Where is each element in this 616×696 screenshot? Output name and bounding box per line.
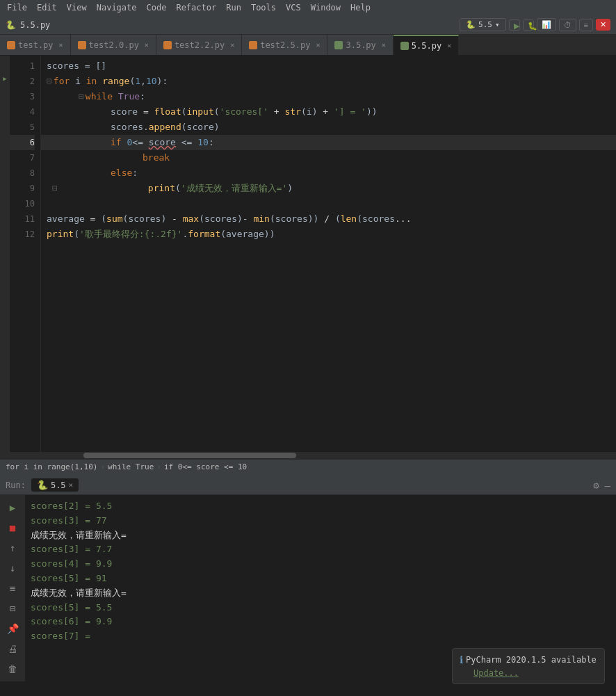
code-line-12: print('歌手最终得分:{:.2f}'.format(average)) [41,227,616,242]
app-icon: 🐍 [6,20,16,30]
title-bar: 🐍 5.5.py 🐍 5.5 ▾ ▶ 🐛 📊 ⏱ ≡ ✕ [0,15,616,35]
coverage-button[interactable]: 📊 [537,18,556,31]
run-label: Run: [6,480,26,490]
tab-close-test22[interactable]: ✕ [230,41,234,49]
tab-close-55[interactable]: ✕ [447,42,451,49]
more-button[interactable]: ≡ [579,19,593,31]
notification-link[interactable]: Update... [460,668,597,678]
tab-close-test20[interactable]: ✕ [145,41,149,49]
scroll-up-button[interactable]: ↑ [4,540,21,556]
breadcrumb-item-1[interactable]: for i in range(1,10) [6,462,97,471]
run-indicator: ▶ [0,71,10,86]
run-tab-close[interactable]: ✕ [69,480,74,489]
python-icon: 🐍 [466,20,476,29]
code-line-7: break [41,150,616,165]
code-editor[interactable]: scores = [] ⊟ for i in range(1,10): ⊟ wh… [41,56,616,452]
breadcrumb-item-2[interactable]: while True [108,462,154,471]
close-window-button[interactable]: ✕ [596,19,610,31]
menu-code[interactable]: Code [143,1,171,14]
run-header: Run: 🐍 5.5 ✕ ⚙ — [0,476,616,495]
tab-35[interactable]: 3.5.py ✕ [327,35,393,56]
line-num-10: 10 [10,196,35,211]
line-num-2: 2 [10,74,35,89]
run-python-icon: 🐍 [37,480,48,490]
notification-popup: ℹ PyCharm 2020.1.5 available Update... [452,648,605,684]
code-line-6: if 0<= score <= 10: [41,135,616,150]
tab-test25[interactable]: test2.5.py ✕ [242,35,327,56]
run-panel: Run: 🐍 5.5 ✕ ⚙ — ▶ ■ ↑ ↓ ≡ ⊟ 📌 🖨 🗑 score… [0,474,616,696]
notification-title: ℹ PyCharm 2020.1.5 available [460,654,597,665]
menu-view[interactable]: View [63,1,91,14]
tab-icon-55 [400,42,409,50]
menu-help[interactable]: Help [346,1,375,14]
run-stop-button[interactable]: ■ [4,519,21,535]
output-line-3: 成绩无效，请重新输入= [31,528,610,543]
window-title: 5.5.py [20,20,50,30]
editor: ▶ 1 2 3 4 5 6 7 8 9 10 11 12 scores = []… [0,56,616,452]
wrap-button[interactable]: ≡ [4,580,21,596]
run-settings-icon[interactable]: ⚙ [593,480,599,491]
output-line-7: 成绩无效，请重新输入= [31,586,610,601]
line-num-9: 9 [10,181,35,196]
tab-label-test22: test2.2.py [175,40,225,50]
code-line-8: else: [41,165,616,181]
menu-run[interactable]: Run [222,1,245,14]
scroll-down-button[interactable]: ↓ [4,560,21,576]
pin-button[interactable]: 📌 [4,621,21,637]
output-line-1: scores[2] = 5.5 [31,499,610,514]
run-play-button[interactable]: ▶ [4,499,21,515]
tab-test[interactable]: test.py ✕ [0,35,71,56]
code-line-11: average = (sum(scores) - max(scores)- mi… [41,211,616,227]
profile-button[interactable]: ⏱ [559,19,576,31]
line-numbers: 1 2 3 4 5 6 7 8 9 10 11 12 [10,56,41,452]
print-button[interactable]: 🖨 [4,641,21,657]
menu-refactor[interactable]: Refactor [172,1,220,14]
tab-label-test25: test2.5.py [260,40,310,50]
breadcrumb-sep-2: › [156,462,161,471]
menu-vcs[interactable]: VCS [282,1,305,14]
debug-button[interactable]: 🐛 [523,19,534,31]
run-tab[interactable]: 🐍 5.5 ✕ [31,478,79,492]
output-line-2: scores[3] = 77 [31,514,610,528]
run-button[interactable]: ▶ [509,19,520,31]
breadcrumb-item-3[interactable]: if 0<= score <= 10 [164,462,247,471]
menu-navigate[interactable]: Navigate [92,1,141,14]
chevron-down-icon: ▾ [495,20,500,29]
run-minimize-icon[interactable]: — [605,480,610,491]
tab-close-test[interactable]: ✕ [59,41,63,49]
tab-label-35: 3.5.py [346,40,375,50]
clear-button[interactable]: 🗑 [4,661,21,677]
tab-test22[interactable]: test2.2.py ✕ [156,35,242,56]
code-line-4: score = float(input('scores[' + str(i) +… [41,104,616,120]
tab-test20[interactable]: test2.0.py ✕ [71,35,156,56]
output-line-9: scores[6] = 9.9 [31,615,610,629]
line-num-8: 8 [10,165,35,181]
run-tab-label: 5.5 [51,480,66,490]
menu-bar: File Edit View Navigate Code Refactor Ru… [0,0,616,15]
output-line-8: scores[5] = 5.5 [31,601,610,615]
filter-button[interactable]: ⊟ [4,601,21,617]
menu-file[interactable]: File [3,1,31,14]
menu-edit[interactable]: Edit [33,1,61,14]
line-num-3: 3 [10,89,35,104]
code-line-1: scores = [] [41,58,616,74]
horizontal-scrollbar[interactable] [0,452,616,459]
line-num-4: 4 [10,104,35,120]
tab-close-test25[interactable]: ✕ [316,41,320,49]
line-num-12: 12 [10,227,35,242]
line-num-5: 5 [10,120,35,135]
tab-55[interactable]: 5.5.py ✕ [394,35,459,56]
output-line-5: scores[4] = 9.9 [31,557,610,572]
code-line-2: ⊟ for i in range(1,10): [41,74,616,89]
tab-close-35[interactable]: ✕ [382,41,386,49]
version-selector[interactable]: 🐍 5.5 ▾ [460,18,506,31]
breadcrumb-bar: for i in range(1,10) › while True › if 0… [0,459,616,474]
output-line-4: scores[3] = 7.7 [31,542,610,557]
fold-icon-2: ⊟ [47,74,52,89]
code-line-5: scores.append(score) [41,120,616,135]
code-line-9: ⊟ print('成绩无效，请重新输入=') [41,181,616,196]
tab-icon-test25 [249,41,257,49]
menu-tools[interactable]: Tools [247,1,280,14]
tab-label-55: 5.5.py [412,41,441,51]
menu-window[interactable]: Window [307,1,345,14]
